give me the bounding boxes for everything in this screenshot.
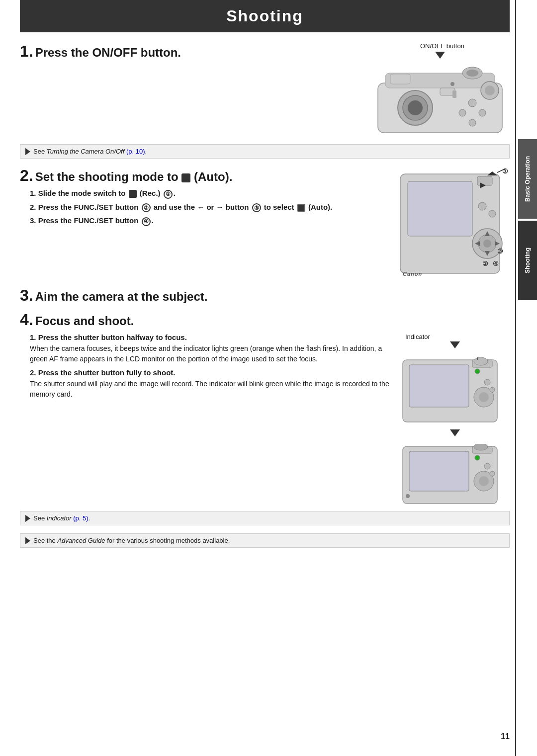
step2-title: Set the shooting mode to (Auto). [35,170,233,184]
step1-section: 1. Press the ON/OFF button. ON/OFF butto… [20,42,510,140]
svg-text:③: ③ [497,248,503,255]
step2-section: 2. Set the shooting mode to (Auto). 1. S… [20,167,510,282]
step4-substep1: 1. Press the shutter button halfway to f… [20,333,390,364]
svg-rect-19 [477,176,492,185]
circle-4: ④ [142,217,151,226]
svg-point-39 [475,369,480,374]
tab-basic-operation: Basic Operation [518,139,537,219]
step2-substep3: 3. Press the FUNC./SET button ④. [20,216,385,226]
step4-substep1-title: 1. Press the shutter button halfway to f… [30,333,390,341]
right-border [515,0,516,756]
svg-rect-15 [390,74,410,84]
step3-number: 3. [20,286,33,305]
step1-number: 1. [20,42,33,61]
svg-point-53 [479,476,489,486]
svg-point-25 [483,240,491,248]
camera-step2-image: ① ② ③ ④ Canon [395,167,510,281]
page-title: Shooting [20,7,510,25]
step2-substep1-header: 1. Slide the mode switch to (Rec.) ①. [30,189,385,199]
step2-left: 2. Set the shooting mode to (Auto). 1. S… [20,167,395,230]
step1-header: 1. Press the ON/OFF button. [20,42,370,61]
svg-point-51 [474,444,488,450]
svg-point-14 [450,82,454,86]
camera-top-image [375,63,505,140]
step4-title: Focus and shoot. [35,314,134,328]
step1-title: Press the ON/OFF button. [35,46,181,60]
svg-point-34 [489,210,496,217]
step4-header: 4. Focus and shoot. [20,311,510,329]
circle-3: ③ [252,203,261,212]
svg-point-3 [466,70,478,77]
camera-shoot-image [400,444,500,506]
step2-number: 2. [20,167,33,185]
main-content: Shooting 1. Press the ON/OFF button. ON/… [15,0,515,756]
step4-section: 4. Focus and shoot. 1. Press the shutter… [20,311,510,548]
svg-point-9 [468,99,476,107]
svg-rect-16 [452,90,456,98]
svg-point-49 [475,455,480,460]
svg-point-55 [490,471,495,476]
step2-substep2: 2. Press the FUNC./SET button ② and use … [20,203,385,213]
indicator-link[interactable]: (p. 5) [73,514,88,522]
svg-point-43 [479,392,489,402]
step4-layout: 1. Press the shutter button halfway to f… [20,333,510,506]
tab-basic-label: Basic Operation [524,156,531,202]
svg-text:②: ② [482,260,488,267]
svg-point-44 [484,379,490,385]
step4-left: 1. Press the shutter button halfway to f… [20,333,400,404]
see-ref-indicator-text: See Indicator (p. 5). [33,514,90,522]
see-ref-advanced: See the Advanced Guide for the various s… [20,533,510,548]
indicator-label-container: Indicator [400,333,510,352]
svg-point-11 [459,109,466,116]
camera-halfway-image [400,357,500,424]
svg-point-5 [485,85,495,95]
arrow-down-indicator [450,341,460,348]
see-ref-link[interactable]: (p. 10) [126,148,145,155]
circle-2: ② [142,203,151,212]
see-ref-indicator: See Indicator (p. 5). [20,511,510,525]
svg-rect-48 [409,451,469,491]
step3-section: 3. Aim the camera at the subject. [20,286,510,305]
see-ref-text: See Turning the Camera On/Off (p. 10). [33,148,147,155]
arrow-right-icon3 [25,537,30,544]
svg-point-8 [408,100,423,115]
title-bar: Shooting [20,0,510,32]
tab-shooting: Shooting [518,221,537,300]
step4-substep2-title: 2. Press the shutter button fully to sho… [30,368,390,377]
step1-left: 1. Press the ON/OFF button. [20,42,370,65]
arrow-down-icon [435,52,445,59]
see-ref-step1: See Turning the Camera On/Off (p. 10). [20,144,510,159]
svg-point-56 [406,494,410,498]
side-tabs: Basic Operation Shooting [518,139,537,300]
step4-right: Indicator [400,333,510,506]
step2-camera-container: ① ② ③ ④ Canon [395,167,510,282]
step2-substep1: 1. Slide the mode switch to (Rec.) ①. [20,189,385,199]
svg-marker-20 [487,171,497,175]
svg-text:①: ① [502,168,508,175]
step3-title: Aim the camera at the subject. [35,290,208,304]
svg-rect-38 [409,365,469,407]
step3-header: 3. Aim the camera at the subject. [20,286,510,305]
arrow-right-icon2 [25,515,30,522]
step4-substep1-body: When the camera focuses, it beeps twice … [30,343,390,364]
step4-number: 4. [20,311,33,329]
arrow-right-icon [25,148,30,155]
svg-point-41 [474,357,488,365]
tab-shooting-label: Shooting [524,248,531,273]
svg-point-10 [479,109,486,116]
circle-1: ① [164,190,173,199]
svg-rect-18 [408,181,472,236]
svg-point-12 [469,119,476,126]
svg-point-54 [484,463,490,469]
bottom-refs: See Indicator (p. 5). See the Advanced G… [20,511,510,548]
indicator-label: Indicator [405,333,510,340]
step2-substep3-header: 3. Press the FUNC./SET button ④. [30,216,385,226]
svg-text:Canon: Canon [403,271,422,277]
see-ref-advanced-text: See the Advanced Guide for the various s… [33,537,230,544]
arrow-down-shoot [450,429,460,436]
step2-header: 2. Set the shooting mode to (Auto). [20,167,385,185]
step2-substep2-header: 2. Press the FUNC./SET button ② and use … [30,203,385,213]
onoff-label: ON/OFF button [420,42,510,50]
step4-substep2: 2. Press the shutter button fully to sho… [20,368,390,400]
svg-point-33 [478,202,486,210]
